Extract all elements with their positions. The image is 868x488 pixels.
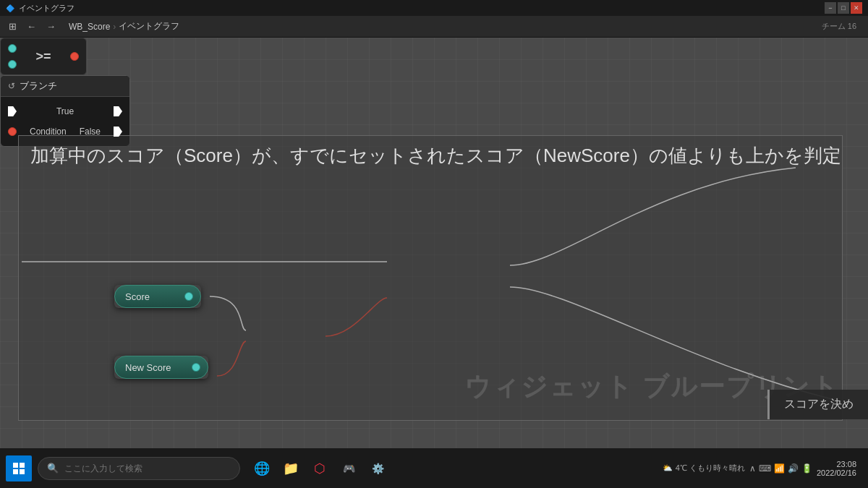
canvas-area[interactable]: 加算中のスコア（Score）が、すでにセットされたスコア（NewScore）の値…: [0, 38, 868, 448]
taskbar-clock[interactable]: 23:08 2022/02/16: [817, 460, 856, 477]
network-icon: 📶: [774, 463, 785, 474]
branch-condition-pin: [8, 127, 17, 136]
home-button[interactable]: ⊞: [6, 20, 20, 33]
maximize-button[interactable]: □: [838, 2, 849, 14]
branch-true-pin: [114, 106, 122, 116]
search-input[interactable]: [64, 463, 231, 474]
score-popup: スコアを決め: [767, 390, 868, 419]
taskbar-app-ue[interactable]: ⬡: [307, 455, 333, 481]
taskbar-app-browser[interactable]: 🌐: [249, 455, 275, 481]
gte-pin-bottom: [8, 60, 17, 69]
clock-date: 2022/02/16: [817, 468, 856, 477]
close-button[interactable]: ✕: [851, 2, 862, 14]
svg-rect-0: [13, 463, 18, 468]
svg-rect-3: [20, 469, 25, 474]
search-icon: 🔍: [47, 463, 59, 474]
breadcrumb-item-eventgraph[interactable]: イベントグラフ: [119, 20, 179, 33]
svg-rect-1: [20, 463, 25, 468]
score-node-label: Score: [125, 291, 150, 302]
node-score[interactable]: Score: [114, 285, 201, 308]
comment-text: 加算中のスコア（Score）が、すでにセットされたスコア（NewScore）の値…: [30, 143, 841, 168]
titlebar-text: イベントグラフ: [19, 3, 825, 14]
gte-pin-top: [8, 44, 17, 53]
branch-exec-row: True: [1, 101, 129, 121]
ue-icon: 🔷: [6, 4, 14, 12]
branch-header-icon: ↺: [8, 81, 15, 91]
volume-icon: 🔊: [788, 463, 799, 474]
branch-header-title: ブランチ: [20, 80, 57, 93]
gte-symbol: >=: [35, 49, 51, 64]
taskbar-app-misc2[interactable]: ⚙️: [365, 455, 391, 481]
branch-exec-in-pin: [8, 106, 17, 116]
sys-tray: ∧ ⌨ 📶 🔊 🔋: [749, 463, 812, 474]
newscore-node-label: New Score: [125, 362, 171, 373]
svg-rect-2: [13, 469, 18, 474]
clock-time: 23:08: [836, 460, 856, 468]
team-label: チーム 16: [822, 21, 862, 32]
keyboard-icon: ⌨: [759, 463, 771, 474]
forward-button[interactable]: →: [43, 20, 59, 33]
weather-info: ⛅ 4℃ くもり時々晴れ: [663, 463, 745, 474]
titlebar: 🔷 イベントグラフ − □ ✕: [0, 0, 868, 16]
taskbar-search[interactable]: 🔍: [38, 457, 240, 480]
start-button[interactable]: [6, 455, 32, 481]
taskbar: 🔍 🌐 📁 ⬡ 🎮 ⚙️ ⛅ 4℃ くもり時々晴れ ∧ ⌨ 📶 🔊 🔋 23:0…: [0, 448, 868, 488]
chevron-icon[interactable]: ∧: [749, 463, 756, 474]
weather-icon: ⛅: [663, 463, 673, 473]
toolbar: ⊞ ← → WB_Score › イベントグラフ チーム 16: [0, 16, 868, 38]
taskbar-app-explorer[interactable]: 📁: [278, 455, 304, 481]
taskbar-app-misc1[interactable]: 🎮: [336, 455, 362, 481]
breadcrumb-item-wbscore[interactable]: WB_Score: [69, 22, 110, 32]
breadcrumb: WB_Score › イベントグラフ: [69, 20, 179, 33]
taskbar-apps: 🌐 📁 ⬡ 🎮 ⚙️: [249, 455, 391, 481]
taskbar-right: ⛅ 4℃ くもり時々晴れ ∧ ⌨ 📶 🔊 🔋 23:08 2022/02/16: [663, 460, 862, 477]
minimize-button[interactable]: −: [825, 2, 836, 14]
branch-true-label: True: [56, 106, 74, 116]
weather-text: 4℃ くもり時々晴れ: [676, 463, 745, 474]
gte-output-pin: [70, 52, 79, 61]
score-output-pin: [184, 292, 193, 301]
gte-input-pins: [8, 44, 17, 69]
node-gte[interactable]: >=: [0, 38, 87, 75]
branch-header: ↺ ブランチ: [1, 76, 129, 97]
newscore-output-pin: [192, 363, 200, 372]
battery-icon: 🔋: [801, 463, 812, 474]
node-newscore[interactable]: New Score: [114, 356, 208, 379]
back-button[interactable]: ←: [24, 20, 39, 33]
breadcrumb-separator: ›: [113, 22, 116, 32]
